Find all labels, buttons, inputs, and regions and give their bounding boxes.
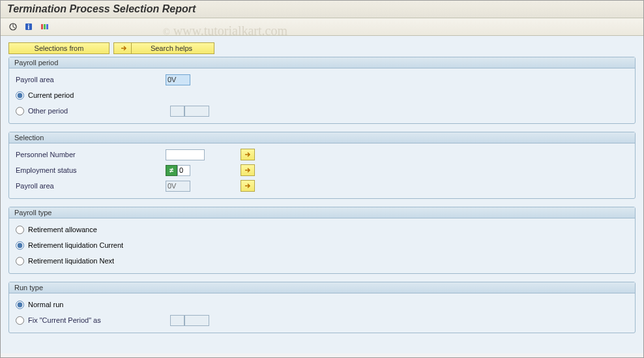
svg-text:≠: ≠ <box>169 166 173 174</box>
toolbar: i <box>1 18 643 36</box>
arrow-right-icon <box>121 45 127 52</box>
multi-select-button[interactable] <box>241 149 255 160</box>
multi-select-button[interactable] <box>241 164 255 176</box>
payroll-area-label: Payroll area <box>16 76 166 83</box>
svg-rect-7 <box>46 24 48 29</box>
other-period-radio[interactable] <box>16 107 24 115</box>
retirement-liq-next-radio[interactable] <box>16 257 24 265</box>
personnel-number-input[interactable] <box>166 149 205 160</box>
other-period-input-2 <box>184 106 209 117</box>
arrow-right-icon <box>244 183 251 189</box>
employment-status-input[interactable] <box>177 165 190 176</box>
svg-line-2 <box>13 27 15 28</box>
retirement-liq-next-label: Retirement liquidation Next <box>28 257 114 265</box>
fix-current-input-1 <box>170 315 184 326</box>
group-payroll-type: Payroll type Retirement allowance Retire… <box>8 207 636 274</box>
retirement-liq-current-radio[interactable] <box>16 241 24 250</box>
payroll-area-sel-input <box>166 181 190 192</box>
group-title: Payroll type <box>9 207 635 218</box>
current-period-label: Current period <box>28 91 74 99</box>
group-payroll-period: Payroll period Payroll area Current peri… <box>8 57 636 124</box>
other-period-label: Other period <box>28 107 170 115</box>
content-area: Selections from Search helps Payroll per… <box>1 36 643 353</box>
svg-text:i: i <box>28 23 30 31</box>
normal-run-label: Normal run <box>28 301 63 308</box>
info-icon[interactable]: i <box>23 21 35 33</box>
employment-status-label: Employment status <box>16 166 166 174</box>
page-title: Termination Process Selection Report <box>1 1 643 18</box>
execute-icon[interactable] <box>7 21 19 33</box>
personnel-number-label: Personnel Number <box>16 151 166 158</box>
group-title: Run type <box>9 282 635 293</box>
normal-run-radio[interactable] <box>16 301 24 309</box>
group-run-type: Run type Normal run Fix "Current Period"… <box>8 282 636 333</box>
selections-from-button[interactable]: Selections from <box>8 42 110 54</box>
multi-select-button[interactable] <box>241 180 255 192</box>
payroll-area-input[interactable] <box>166 74 190 85</box>
other-period-input-1 <box>170 106 184 117</box>
dynamic-selections-icon[interactable] <box>38 21 50 33</box>
retirement-liq-current-label: Retirement liquidation Current <box>28 241 123 249</box>
retirement-allowance-radio[interactable] <box>16 226 24 234</box>
svg-rect-6 <box>44 24 46 29</box>
current-period-radio[interactable] <box>16 91 24 100</box>
retirement-allowance-label: Retirement allowance <box>28 226 97 233</box>
group-title: Selection <box>9 132 635 143</box>
fix-current-radio[interactable] <box>16 316 24 325</box>
svg-rect-5 <box>41 24 43 29</box>
payroll-area-sel-label: Payroll area <box>16 182 166 190</box>
not-equal-icon[interactable]: ≠ <box>166 165 177 176</box>
group-title: Payroll period <box>9 57 635 68</box>
search-helps-button[interactable]: Search helps <box>113 42 214 54</box>
group-selection: Selection Personnel Number Employment st… <box>8 132 636 199</box>
fix-current-label: Fix "Current Period" as <box>28 316 170 324</box>
arrow-right-icon <box>244 151 251 158</box>
arrow-right-icon <box>244 167 251 173</box>
fix-current-input-2 <box>184 315 209 326</box>
